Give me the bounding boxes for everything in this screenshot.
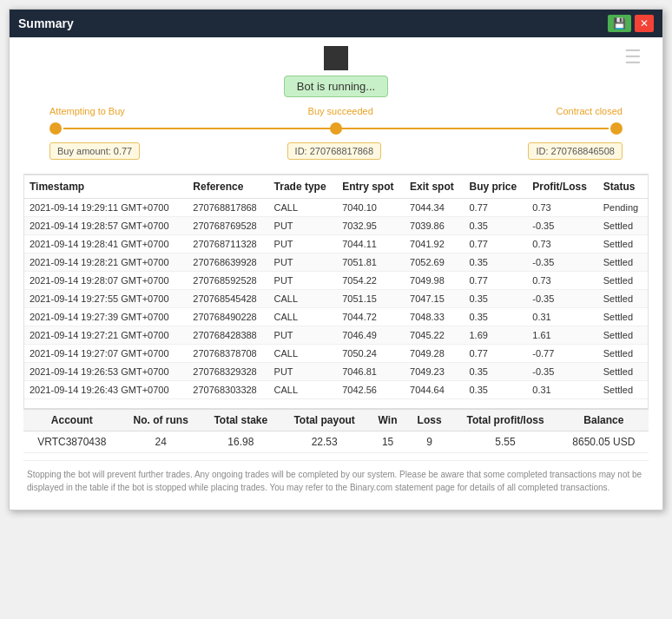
progress-tag-3: ID: 270768846508 xyxy=(528,142,623,160)
table-row: 2021-09-14 19:28:41 GMT+0700270768711328… xyxy=(24,235,648,254)
table-row: 2021-09-14 19:27:55 GMT+0700270768545428… xyxy=(24,290,648,308)
running-badge: Bot is running... xyxy=(284,76,388,97)
close-button[interactable]: ✕ xyxy=(635,15,654,32)
progress-dot-2 xyxy=(330,122,342,135)
sum-col-loss: Loss xyxy=(407,410,452,431)
table-row: 2021-09-14 19:26:43 GMT+0700270768303328… xyxy=(24,381,648,399)
bot-status-area: Bot is running... xyxy=(23,46,649,97)
progress-tags: Buy amount: 0.77 ID: 270768817868 ID: 27… xyxy=(49,142,623,160)
titlebar-buttons: 💾 ✕ xyxy=(608,15,654,32)
col-entry-spot: Entry spot xyxy=(337,175,405,199)
trades-table-header: Timestamp Reference Trade type Entry spo… xyxy=(24,175,648,199)
col-buy-price: Buy price xyxy=(464,175,527,199)
progress-dot-1 xyxy=(49,122,62,135)
progress-bar xyxy=(49,122,623,135)
sum-col-runs: No. of runs xyxy=(121,410,201,431)
col-timestamp: Timestamp xyxy=(24,175,188,199)
progress-dots xyxy=(49,122,623,135)
summary-table: Account No. of runs Total stake Total pa… xyxy=(23,409,649,453)
col-exit-spot: Exit spot xyxy=(405,175,464,199)
progress-label-3: Contract closed xyxy=(557,106,623,116)
table-row: 2021-09-14 19:28:07 GMT+0700270768592528… xyxy=(24,272,648,290)
sum-col-balance: Balance xyxy=(559,410,649,431)
table-row: 2021-09-14 19:27:21 GMT+0700270768428388… xyxy=(24,326,648,345)
progress-tag-1: Buy amount: 0.77 xyxy=(49,142,140,160)
trades-table-wrapper[interactable]: Timestamp Reference Trade type Entry spo… xyxy=(23,174,649,409)
sum-col-stake: Total stake xyxy=(201,410,280,431)
sum-col-win: Win xyxy=(368,410,406,431)
table-row: 2021-09-14 19:26:53 GMT+0700270768329328… xyxy=(24,363,648,381)
col-profit-loss: Profit/Loss xyxy=(527,175,598,199)
titlebar: Summary 💾 ✕ xyxy=(10,10,662,37)
list-icon: ☰ xyxy=(624,46,642,69)
summary-table-body: VRTC38704382416.9822.531595.558650.05 US… xyxy=(23,431,649,453)
progress-labels: Attempting to Buy Buy succeeded Contract… xyxy=(49,106,623,116)
progress-tag-2: ID: 270768817868 xyxy=(287,142,382,160)
summary-row: VRTC38704382416.9822.531595.558650.05 US… xyxy=(23,431,649,453)
save-button[interactable]: 💾 xyxy=(608,15,631,32)
table-row: 2021-09-14 19:27:07 GMT+0700270768378708… xyxy=(24,345,648,363)
trades-table-body: 2021-09-14 19:29:11 GMT+0700270768817868… xyxy=(24,199,648,399)
trades-table: Timestamp Reference Trade type Entry spo… xyxy=(24,175,648,399)
content-area: ☰ Bot is running... Attempting to Buy Bu… xyxy=(10,37,662,510)
col-trade-type: Trade type xyxy=(269,175,338,199)
table-row: 2021-09-14 19:28:21 GMT+0700270768639928… xyxy=(24,254,648,272)
sum-col-payout: Total payout xyxy=(280,410,368,431)
sum-col-account: Account xyxy=(23,410,121,431)
progress-dot-3 xyxy=(610,122,623,135)
table-row: 2021-09-14 19:29:11 GMT+0700270768817868… xyxy=(24,199,648,217)
col-reference: Reference xyxy=(188,175,268,199)
stop-icon xyxy=(324,46,348,70)
col-status: Status xyxy=(598,175,648,199)
progress-label-2: Buy succeeded xyxy=(308,106,373,116)
table-row: 2021-09-14 19:28:57 GMT+0700270768769528… xyxy=(24,217,648,235)
sum-col-profit: Total profit/loss xyxy=(451,410,558,431)
footer-note: Stopping the bot will prevent further tr… xyxy=(23,460,649,501)
summary-table-header: Account No. of runs Total stake Total pa… xyxy=(23,410,649,431)
progress-section: Attempting to Buy Buy succeeded Contract… xyxy=(23,106,649,160)
window-title: Summary xyxy=(18,16,74,30)
table-row: 2021-09-14 19:27:39 GMT+0700270768490228… xyxy=(24,308,648,326)
summary-window: Summary 💾 ✕ ☰ Bot is running... Attempti… xyxy=(9,9,663,510)
progress-label-1: Attempting to Buy xyxy=(49,106,125,116)
